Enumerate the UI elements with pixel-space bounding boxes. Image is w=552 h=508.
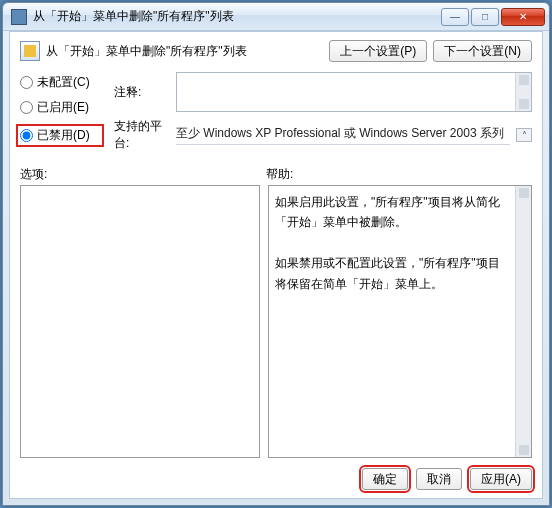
platform-row: 支持的平台: 至少 Windows XP Professional 或 Wind… bbox=[114, 118, 532, 152]
close-button[interactable]: ✕ bbox=[501, 8, 545, 26]
window-controls: — □ ✕ bbox=[441, 8, 545, 26]
platform-expand-icon[interactable]: ˄ bbox=[516, 128, 532, 142]
dialog-window: 从「开始」菜单中删除"所有程序"列表 — □ ✕ 从「开始」菜单中删除"所有程序… bbox=[2, 2, 550, 506]
minimize-button[interactable]: — bbox=[441, 8, 469, 26]
help-pane: 如果启用此设置，"所有程序"项目将从简化「开始」菜单中被删除。 如果禁用或不配置… bbox=[268, 185, 532, 458]
help-scrollbar[interactable] bbox=[515, 186, 531, 457]
titlebar[interactable]: 从「开始」菜单中删除"所有程序"列表 — □ ✕ bbox=[3, 3, 549, 31]
mid-labels: 选项: 帮助: bbox=[20, 166, 532, 183]
window-title: 从「开始」菜单中删除"所有程序"列表 bbox=[33, 8, 441, 25]
platform-text: 至少 Windows XP Professional 或 Windows Ser… bbox=[176, 125, 510, 145]
options-pane bbox=[20, 185, 260, 458]
help-label: 帮助: bbox=[266, 166, 293, 183]
radio-disabled[interactable]: 已禁用(D) bbox=[16, 124, 104, 147]
header-row: 从「开始」菜单中删除"所有程序"列表 上一个设置(P) 下一个设置(N) bbox=[20, 40, 532, 62]
app-icon bbox=[11, 9, 27, 25]
ok-button[interactable]: 确定 bbox=[362, 468, 408, 490]
radio-not-configured-input[interactable] bbox=[20, 76, 33, 89]
cancel-button[interactable]: 取消 bbox=[416, 468, 462, 490]
help-paragraph-2: 如果禁用或不配置此设置，"所有程序"项目将保留在简单「开始」菜单上。 bbox=[275, 253, 511, 294]
help-paragraph-1: 如果启用此设置，"所有程序"项目将从简化「开始」菜单中被删除。 bbox=[275, 192, 511, 233]
radio-enabled-label: 已启用(E) bbox=[37, 99, 89, 116]
prev-setting-button[interactable]: 上一个设置(P) bbox=[329, 40, 427, 62]
fields-column: 注释: 支持的平台: 至少 Windows XP Professional 或 … bbox=[114, 72, 532, 152]
policy-title: 从「开始」菜单中删除"所有程序"列表 bbox=[46, 43, 329, 60]
apply-button[interactable]: 应用(A) bbox=[470, 468, 532, 490]
options-label: 选项: bbox=[20, 166, 266, 183]
radio-not-configured-label: 未配置(C) bbox=[37, 74, 90, 91]
comment-textarea[interactable] bbox=[176, 72, 532, 112]
comment-scrollbar[interactable] bbox=[515, 73, 531, 111]
maximize-button[interactable]: □ bbox=[471, 8, 499, 26]
comment-label: 注释: bbox=[114, 84, 170, 101]
panes: 如果启用此设置，"所有程序"项目将从简化「开始」菜单中被删除。 如果禁用或不配置… bbox=[20, 185, 532, 458]
content-area: 从「开始」菜单中删除"所有程序"列表 上一个设置(P) 下一个设置(N) 未配置… bbox=[9, 31, 543, 499]
bottom-buttons: 确定 取消 应用(A) bbox=[20, 468, 532, 490]
radio-disabled-label: 已禁用(D) bbox=[37, 127, 90, 144]
nav-buttons: 上一个设置(P) 下一个设置(N) bbox=[329, 40, 532, 62]
comment-row: 注释: bbox=[114, 72, 532, 112]
radio-enabled-input[interactable] bbox=[20, 101, 33, 114]
policy-icon bbox=[20, 41, 40, 61]
radio-disabled-input[interactable] bbox=[20, 129, 33, 142]
config-row: 未配置(C) 已启用(E) 已禁用(D) 注释: bbox=[20, 72, 532, 152]
state-radios: 未配置(C) 已启用(E) 已禁用(D) bbox=[20, 72, 104, 147]
platform-label: 支持的平台: bbox=[114, 118, 170, 152]
radio-not-configured[interactable]: 未配置(C) bbox=[20, 74, 104, 91]
next-setting-button[interactable]: 下一个设置(N) bbox=[433, 40, 532, 62]
radio-enabled[interactable]: 已启用(E) bbox=[20, 99, 104, 116]
